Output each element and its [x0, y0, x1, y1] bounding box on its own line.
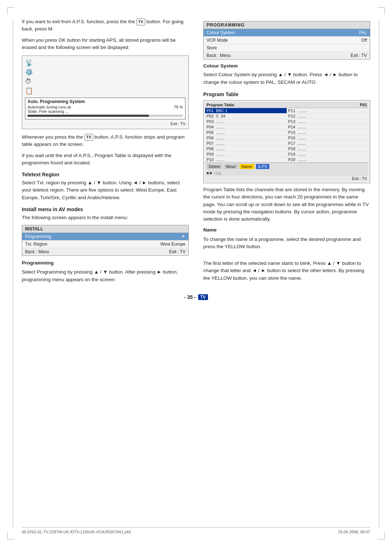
aps-status: State: Fine scanning ... — [28, 109, 183, 114]
pt-icons-row: ■:■ □:△ — [205, 170, 368, 176]
pt-header: Program Table P01 — [205, 102, 368, 108]
pt-cell-p19: P19 ........ — [287, 152, 368, 157]
tv-icon-2: TV — [85, 134, 93, 141]
pt-cell-p11: P11 ........ — [287, 108, 368, 114]
settings-icon: ⚙️ — [25, 68, 33, 76]
colour-system-desc: Select Colour System by pressing ▲ / ▼ b… — [203, 71, 370, 86]
bottom-bar: 00-ENG-01-TV-2297W-UK IDTV-1165UK-VGA35\… — [22, 527, 370, 534]
screen-icon-row-1: 📡 — [25, 59, 185, 67]
colour-system-val: PAL — [359, 30, 367, 35]
install-programming-label: Programming — [25, 234, 51, 239]
footer-right-text: 25.06.2008, 09:07 — [338, 530, 370, 534]
pt-cell-p20: P20 ........ — [287, 157, 368, 163]
pt-cell-p05: P05 ........ — [205, 130, 287, 135]
pt-cell-p08: P08 ........ — [205, 146, 287, 152]
ok-button-para: When you press OK button for starting AP… — [22, 37, 189, 52]
name-desc2: The first letter of the selected name st… — [203, 260, 370, 282]
program-table-heading: Program Table — [203, 91, 370, 97]
aps-progress-bar-outer — [28, 115, 183, 117]
whenever-text1: Whenever you press the — [22, 134, 75, 140]
left-column: If you want to exit from A.P.S. function… — [22, 18, 189, 287]
pt-footer: Exit : TV — [205, 176, 368, 181]
pt-cell-p04: P04 ........ — [205, 124, 287, 130]
install-menu-heading: Install menu in AV modes — [22, 206, 189, 212]
pt-cell-p14: P14 ........ — [287, 124, 368, 130]
pt-col-right: P11 ........ P12 ........ P13 ........ P… — [287, 108, 368, 163]
whenever-tv-para: Whenever you press the the TV button, A.… — [22, 134, 189, 148]
program-table-screen: Program Table P01 P01 BBC 1 P02 C 04 P03… — [203, 100, 370, 183]
aps-wait-para: If you wait until the end of A.P.S., Pro… — [22, 152, 189, 167]
install-programming-arrow: ► — [182, 234, 185, 239]
programming-footer-back: Back : Menu — [207, 53, 231, 58]
install-txt-label: Txt. Region — [25, 242, 47, 247]
aps-progress-value: 78 % — [174, 105, 183, 109]
install-txt-value: West Europe — [160, 242, 185, 247]
aps-menu-item: Auto. Programming System Automatic tunin… — [25, 98, 185, 119]
pt-col-left: P01 BBC 1 P02 C 04 P03 ........ P04 ....… — [205, 108, 287, 163]
pt-cell-p15: P15 ........ — [287, 130, 368, 135]
programming-label: Programming — [22, 259, 189, 267]
name-section-heading: Name — [203, 226, 370, 234]
pt-title: Program Table — [207, 103, 234, 107]
pt-icon2: □:△ — [215, 171, 221, 175]
exit-aps-para: If you want to exit from A.P.S. function… — [22, 18, 189, 33]
screen-icon-row-2: ⚙️ — [25, 68, 185, 76]
page-number-area: - 35 - TV — [22, 294, 370, 300]
aps-menu-title: Auto. Programming System — [28, 99, 85, 104]
install-footer: Back : Menu Exit : TV — [22, 248, 188, 255]
pt-cell-p17: P17 ........ — [287, 141, 368, 146]
colour-system-section-label: Colour System — [203, 62, 370, 70]
footer-left-text: 00-ENG-01-TV-2297W-UK IDTV-1165UK-VGA35\… — [22, 530, 131, 534]
store-label: Store — [207, 45, 217, 50]
pt-cell-p01: P01 BBC 1 — [205, 108, 287, 114]
pt-grid: P01 BBC 1 P02 C 04 P03 ........ P04 ....… — [205, 108, 368, 163]
aps-progress-bar-inner — [28, 115, 149, 117]
programming-screen-mockup: PROGRAMMING Colour System PAL VCR Mode O… — [203, 21, 370, 59]
programming-row-colour: Colour System PAL — [204, 29, 370, 37]
pt-cell-p18: P18 ........ — [287, 146, 368, 152]
pt-cell-p13: P13 ........ — [287, 119, 368, 124]
pt-cell-p02: P02 C 04 — [205, 114, 287, 119]
install-screen-mockup: INSTALL Programming ► Txt. Region West E… — [22, 225, 189, 256]
teletext-region-para: Select Txt. region by pressing ▲ / ▼ but… — [22, 179, 189, 201]
screen-icon-area: 📡 ⚙️ ⏱ 📋 — [25, 59, 185, 95]
pt-move-btn: Move — [224, 164, 238, 169]
pt-cell-p16: P16 ........ — [287, 135, 368, 141]
tv-icon: TV — [136, 19, 145, 25]
programming-row-vcr: VCR Mode Off — [204, 37, 370, 44]
pt-name-btn: Name — [240, 164, 254, 169]
colour-system-label: Colour System — [207, 30, 235, 35]
aps-screen-mockup: 📡 ⚙️ ⏱ 📋 Auto. Programming System — [22, 56, 189, 129]
aps-progress-row: Automatic tuning runs at: 78 % — [28, 105, 183, 109]
install-row-txt: Txt. Region West Europe — [22, 241, 188, 248]
exit-aps-text1: If you want to exit from A.P.S. function… — [22, 19, 127, 24]
pt-cell-p03: P03 ........ — [205, 119, 287, 124]
programming-footer: Back : Menu Exit : TV — [204, 52, 370, 59]
programming-para: Select Programming by pressing ▲ / ▼ but… — [22, 268, 189, 283]
screen-icon-row-3: ⏱ — [25, 78, 185, 85]
install-footer-exit: Exit : TV — [169, 249, 185, 254]
install-intro-para: The following screen appears in the inst… — [22, 214, 189, 221]
right-column: PROGRAMMING Colour System PAL VCR Mode O… — [203, 18, 370, 287]
vcr-mode-val: Off — [361, 38, 367, 43]
pt-delete-btn: Delete — [207, 164, 222, 169]
program-table-desc: Program Table lists the channels that ar… — [203, 186, 370, 223]
programming-screen-header: PROGRAMMING — [204, 21, 370, 29]
aps-progress-label: Automatic tuning runs at: — [28, 105, 72, 109]
pt-cell-p12: P12 ........ — [287, 114, 368, 119]
tv-badge: TV — [198, 294, 208, 300]
antenna-icon: 📡 — [25, 59, 33, 67]
pt-icon1: ■:■ — [207, 171, 212, 175]
name-desc1: To change the name of a programme, selec… — [203, 236, 370, 251]
pt-p01: P01 — [360, 103, 367, 107]
install-header: INSTALL — [22, 225, 188, 233]
page-number-text: - 35 - — [184, 294, 196, 300]
programming-footer-exit: Exit : TV — [351, 53, 367, 58]
install-footer-back: Back : Menu — [25, 249, 49, 254]
program-icon: 📋 — [25, 87, 33, 95]
vcr-mode-label: VCR Mode — [207, 38, 228, 43]
clock-icon: ⏱ — [25, 78, 32, 85]
pt-aps-btn: A.PS — [256, 164, 269, 169]
pt-cell-p09: P09 ........ — [205, 152, 287, 157]
screen-icon-row-4: 📋 — [25, 87, 185, 95]
